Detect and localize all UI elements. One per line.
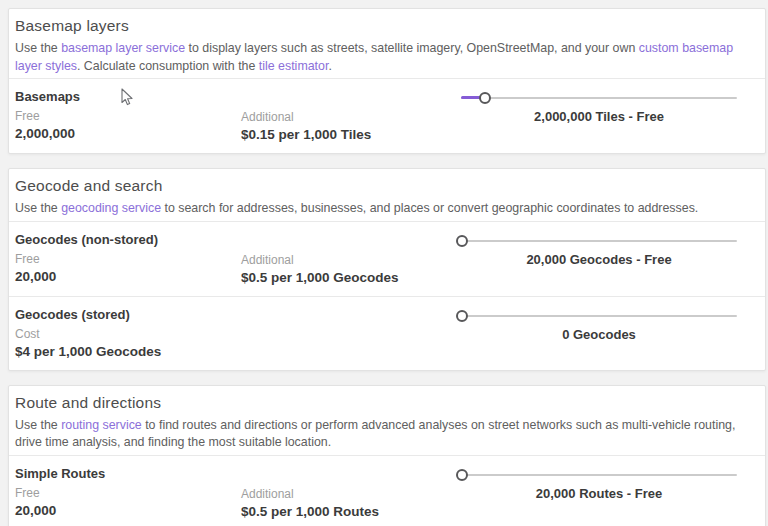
additional-label: Additional <box>241 253 461 267</box>
row-geocodes-stored: Geocodes (stored) Cost $4 per 1,000 Geoc… <box>9 296 765 370</box>
slider-value-label: 2,000,000 Tiles - Free <box>461 109 737 124</box>
slider-handle[interactable] <box>456 310 468 322</box>
cost-label: Cost <box>15 327 241 341</box>
desc-text: . <box>328 59 331 73</box>
row-additional-column: Additional $0.5 per 1,000 Routes <box>241 466 461 520</box>
desc-text: . Calculate consumption with the <box>77 59 259 73</box>
slider-handle[interactable] <box>456 235 468 247</box>
free-label: Free <box>15 109 241 123</box>
row-name-column: Simple Routes Free 20,000 <box>15 466 241 520</box>
desc-text: to search for addresses, businesses, and… <box>161 201 698 215</box>
slider-handle[interactable] <box>456 469 468 481</box>
section-header: Geocode and search Use the geocoding ser… <box>9 169 765 221</box>
additional-value: $0.5 per 1,000 Geocodes <box>241 270 461 286</box>
row-additional-column: Additional $0.15 per 1,000 Tiles <box>241 89 461 143</box>
row-name-column: Geocodes (non-stored) Free 20,000 <box>15 232 241 286</box>
free-label: Free <box>15 486 241 500</box>
free-value: 20,000 <box>15 269 241 285</box>
slider-track[interactable] <box>461 97 737 99</box>
slider-track[interactable] <box>461 240 737 242</box>
link-tile-estimator[interactable]: tile estimator <box>259 59 329 73</box>
section-geocode-and-search: Geocode and search Use the geocoding ser… <box>8 168 766 371</box>
section-title-basemap-layers: Basemap layers <box>15 17 751 35</box>
row-name-column: Geocodes (stored) Cost $4 per 1,000 Geoc… <box>15 307 241 360</box>
section-header: Basemap layers Use the basemap layer ser… <box>9 9 765 78</box>
section-route-and-directions: Route and directions Use the routing ser… <box>8 385 766 526</box>
row-simple-routes: Simple Routes Free 20,000 Additional $0.… <box>9 455 765 526</box>
basemaps-slider[interactable] <box>461 92 737 104</box>
row-slider-column: 20,000 Geocodes - Free <box>461 232 737 286</box>
section-description: Use the geocoding service to search for … <box>15 200 751 218</box>
section-description: Use the routing service to find routes a… <box>15 417 751 452</box>
additional-label: Additional <box>241 110 461 124</box>
slider-handle[interactable] <box>479 92 491 104</box>
row-title: Geocodes (stored) <box>15 307 241 322</box>
simple-routes-slider[interactable] <box>461 469 737 481</box>
geocodes-stored-slider[interactable] <box>461 310 737 322</box>
section-title-geocode-and-search: Geocode and search <box>15 177 751 195</box>
section-header: Route and directions Use the routing ser… <box>9 386 765 455</box>
section-title-route-and-directions: Route and directions <box>15 394 751 412</box>
link-geocoding-service[interactable]: geocoding service <box>61 201 161 215</box>
row-slider-column: 20,000 Routes - Free <box>461 466 737 520</box>
additional-value: $0.15 per 1,000 Tiles <box>241 127 461 143</box>
row-additional-column <box>241 307 461 360</box>
slider-value-label: 20,000 Routes - Free <box>461 486 737 501</box>
desc-text: Use the <box>15 41 61 55</box>
row-additional-column: Additional $0.5 per 1,000 Geocodes <box>241 232 461 286</box>
link-routing-service[interactable]: routing service <box>61 418 142 432</box>
desc-text: Use the <box>15 201 61 215</box>
row-slider-column: 0 Geocodes <box>461 307 737 360</box>
slider-value-label: 20,000 Geocodes - Free <box>461 252 737 267</box>
free-value: 20,000 <box>15 503 241 519</box>
row-slider-column: 2,000,000 Tiles - Free <box>461 89 737 143</box>
free-value: 2,000,000 <box>15 126 241 142</box>
slider-track[interactable] <box>461 315 737 317</box>
additional-value: $0.5 per 1,000 Routes <box>241 504 461 520</box>
section-basemap-layers: Basemap layers Use the basemap layer ser… <box>8 8 766 154</box>
slider-value-label: 0 Geocodes <box>461 327 737 342</box>
cost-value: $4 per 1,000 Geocodes <box>15 344 241 360</box>
mouse-cursor-icon <box>120 88 134 107</box>
desc-text: Use the <box>15 418 61 432</box>
pricing-calculator-page: Basemap layers Use the basemap layer ser… <box>0 0 768 526</box>
row-title: Geocodes (non-stored) <box>15 232 241 247</box>
link-basemap-layer-service[interactable]: basemap layer service <box>61 41 185 55</box>
desc-text: to display layers such as streets, satel… <box>185 41 639 55</box>
row-title: Simple Routes <box>15 466 241 481</box>
section-description: Use the basemap layer service to display… <box>15 40 751 75</box>
geocodes-non-stored-slider[interactable] <box>461 235 737 247</box>
free-label: Free <box>15 252 241 266</box>
slider-track[interactable] <box>461 474 737 476</box>
additional-label: Additional <box>241 487 461 501</box>
row-geocodes-non-stored: Geocodes (non-stored) Free 20,000 Additi… <box>9 221 765 296</box>
